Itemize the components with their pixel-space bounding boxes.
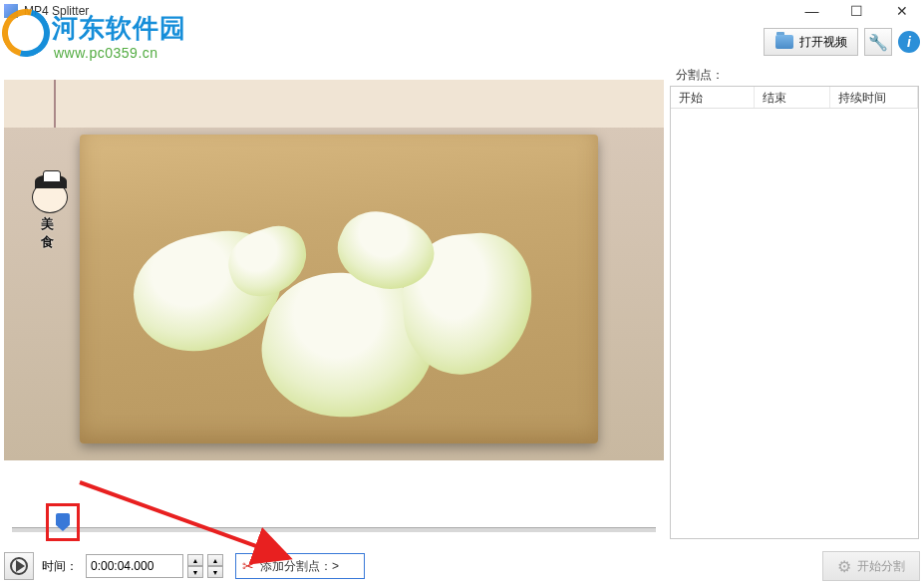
- time-label: 时间：: [38, 558, 82, 575]
- top-toolbar: 打开视频 🔧 i: [764, 28, 920, 56]
- watermark-text: 河东软件园: [52, 11, 186, 46]
- split-points-label: 分割点：: [676, 67, 724, 84]
- channel-avatar: 美 食: [29, 181, 71, 235]
- watermark-logo: [2, 9, 50, 57]
- col-end[interactable]: 结束: [755, 87, 830, 108]
- gear-icon: ⚙: [837, 557, 851, 576]
- col-duration[interactable]: 持续时间: [830, 87, 918, 108]
- timeline-track[interactable]: [12, 527, 656, 532]
- open-video-button[interactable]: 打开视频: [764, 28, 858, 56]
- folder-icon: [775, 35, 793, 49]
- time-spin-up[interactable]: ▲: [187, 554, 203, 566]
- time-spin-up-2[interactable]: ▲: [207, 554, 223, 566]
- time-input[interactable]: [86, 554, 183, 578]
- split-points-list[interactable]: 开始 结束 持续时间: [670, 86, 919, 539]
- scissors-icon: ✂: [242, 558, 254, 574]
- play-button[interactable]: [4, 552, 34, 580]
- wrench-icon: 🔧: [868, 33, 888, 52]
- time-spin-down-2[interactable]: ▼: [207, 566, 223, 578]
- play-icon: [10, 557, 28, 575]
- list-header: 开始 结束 持续时间: [671, 87, 918, 109]
- maximize-button[interactable]: ☐: [834, 0, 879, 22]
- watermark: 河东软件园 www.pc0359.cn: [0, 3, 204, 70]
- start-split-label: 开始分割: [857, 558, 905, 575]
- minimize-button[interactable]: —: [789, 0, 834, 22]
- bottom-controls: 时间： ▲ ▼ ▲ ▼ ✂ 添加分割点：>: [4, 551, 664, 581]
- video-frame: 美 食 小房美食: [4, 80, 664, 460]
- window-controls: — ☐ ✕: [789, 0, 924, 22]
- start-split-button[interactable]: ⚙ 开始分割: [822, 551, 920, 581]
- info-button[interactable]: i: [898, 31, 920, 53]
- add-split-button[interactable]: ✂ 添加分割点：>: [235, 553, 365, 579]
- watermark-url: www.pc0359.cn: [54, 45, 158, 61]
- info-icon: i: [907, 34, 911, 50]
- add-split-label: 添加分割点：>: [260, 558, 339, 575]
- col-start[interactable]: 开始: [671, 87, 755, 108]
- time-spinner-2: ▲ ▼: [207, 554, 223, 578]
- close-button[interactable]: ✕: [879, 0, 924, 22]
- timeline[interactable]: [4, 503, 664, 541]
- video-preview[interactable]: 美 食 小房美食: [4, 80, 664, 460]
- time-spin-down[interactable]: ▼: [187, 566, 203, 578]
- avatar-label: 美 食: [29, 215, 71, 251]
- time-spinner: ▲ ▼: [187, 554, 203, 578]
- settings-button[interactable]: 🔧: [864, 28, 892, 56]
- open-video-label: 打开视频: [799, 34, 847, 51]
